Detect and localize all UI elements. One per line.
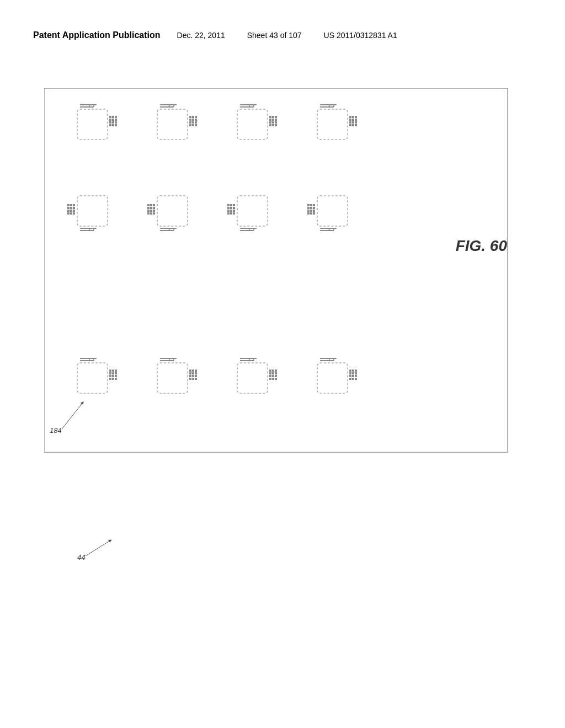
svg-rect-178 — [275, 370, 277, 372]
svg-rect-96 — [150, 212, 152, 215]
svg-rect-115 — [237, 196, 268, 226]
svg-rect-168 — [189, 378, 191, 380]
svg-rect-160 — [192, 370, 194, 372]
svg-rect-149 — [112, 375, 114, 377]
svg-rect-110 — [230, 210, 232, 212]
svg-rect-180 — [272, 372, 274, 374]
svg-rect-98 — [157, 196, 188, 226]
svg-rect-25 — [195, 116, 197, 118]
svg-rect-73 — [70, 207, 72, 209]
svg-rect-107 — [230, 207, 232, 209]
svg-rect-62 — [355, 119, 357, 121]
svg-rect-177 — [272, 370, 274, 372]
ref-44-arrow: 44 — [44, 529, 210, 596]
svg-rect-92 — [147, 210, 150, 212]
svg-rect-70 — [70, 204, 72, 206]
svg-rect-200 — [352, 375, 354, 377]
svg-rect-15 — [109, 124, 111, 126]
svg-rect-158 — [157, 363, 188, 393]
svg-rect-12 — [109, 121, 111, 124]
svg-rect-74 — [73, 207, 75, 209]
svg-line-206 — [86, 540, 110, 556]
svg-rect-141 — [77, 363, 108, 393]
svg-rect-95 — [147, 212, 150, 215]
svg-rect-148 — [109, 375, 111, 377]
svg-rect-66 — [349, 124, 351, 126]
svg-rect-179 — [269, 372, 271, 374]
svg-rect-147 — [115, 372, 117, 374]
svg-rect-175 — [237, 363, 268, 393]
svg-rect-60 — [349, 119, 351, 121]
svg-rect-97 — [153, 212, 155, 215]
svg-rect-145 — [109, 372, 111, 374]
svg-rect-33 — [192, 124, 194, 126]
svg-rect-7 — [112, 116, 114, 118]
svg-rect-202 — [349, 378, 351, 380]
svg-rect-17 — [115, 124, 117, 126]
svg-rect-50 — [272, 124, 274, 126]
svg-rect-121 — [310, 204, 312, 206]
svg-rect-80 — [73, 212, 75, 215]
svg-rect-48 — [275, 121, 277, 124]
svg-rect-106 — [227, 207, 230, 209]
svg-rect-176 — [269, 370, 271, 372]
svg-rect-150 — [115, 375, 117, 377]
svg-rect-187 — [275, 378, 277, 380]
svg-rect-129 — [307, 212, 310, 215]
svg-rect-132 — [317, 196, 348, 226]
svg-rect-56 — [317, 109, 348, 140]
svg-rect-94 — [153, 210, 155, 212]
svg-rect-16 — [112, 124, 114, 126]
svg-rect-27 — [192, 119, 194, 121]
ref-184-label: 184 — [50, 426, 62, 435]
svg-rect-86 — [147, 204, 150, 206]
svg-rect-42 — [275, 116, 277, 118]
svg-rect-120 — [307, 204, 310, 206]
svg-rect-142 — [109, 370, 111, 372]
svg-rect-90 — [150, 207, 152, 209]
main-diagram: 184 — [44, 88, 521, 474]
svg-rect-193 — [349, 370, 351, 372]
svg-rect-126 — [307, 210, 310, 212]
svg-rect-130 — [310, 212, 312, 215]
svg-rect-128 — [313, 210, 315, 212]
svg-rect-131 — [313, 212, 315, 215]
svg-rect-192 — [317, 363, 348, 393]
svg-rect-72 — [67, 207, 70, 209]
svg-rect-201 — [355, 375, 357, 377]
svg-rect-199 — [349, 375, 351, 377]
svg-rect-183 — [272, 375, 274, 377]
svg-rect-23 — [189, 116, 191, 118]
svg-rect-63 — [349, 121, 351, 124]
svg-rect-109 — [227, 210, 230, 212]
svg-rect-79 — [70, 212, 72, 215]
svg-rect-45 — [275, 119, 277, 121]
svg-rect-164 — [195, 372, 197, 374]
svg-rect-87 — [150, 204, 152, 206]
svg-rect-64 — [352, 121, 354, 124]
svg-rect-75 — [67, 210, 70, 212]
svg-rect-163 — [192, 372, 194, 374]
svg-rect-111 — [233, 210, 235, 212]
svg-rect-58 — [352, 116, 354, 118]
svg-rect-161 — [195, 370, 197, 372]
svg-rect-165 — [189, 375, 191, 377]
svg-rect-124 — [310, 207, 312, 209]
svg-rect-143 — [112, 370, 114, 372]
ref-44-label: 44 — [77, 553, 85, 561]
svg-rect-59 — [355, 116, 357, 118]
svg-rect-65 — [355, 121, 357, 124]
svg-rect-112 — [227, 212, 230, 215]
svg-rect-196 — [349, 372, 351, 374]
svg-rect-181 — [275, 372, 277, 374]
svg-rect-169 — [192, 378, 194, 380]
svg-line-205 — [62, 403, 83, 429]
page-header: Patent Application Publication Dec. 22, … — [33, 30, 532, 40]
svg-rect-39 — [237, 109, 268, 140]
svg-rect-103 — [227, 204, 230, 206]
svg-rect-195 — [355, 370, 357, 372]
svg-rect-14 — [115, 121, 117, 124]
svg-rect-144 — [115, 370, 117, 372]
svg-rect-170 — [195, 378, 197, 380]
svg-rect-8 — [115, 116, 117, 118]
